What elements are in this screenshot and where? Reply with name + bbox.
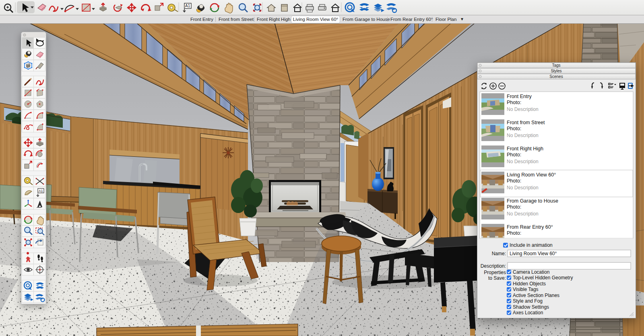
svg-text:Camera Location: Camera Location — [513, 269, 549, 275]
svg-text:No Description: No Description — [507, 211, 539, 217]
svg-text:Living Room View 60°: Living Room View 60° — [510, 251, 557, 256]
svg-text:Top-Level Hidden Geometry: Top-Level Hidden Geometry — [513, 275, 573, 281]
svg-text:Styles: Styles — [551, 69, 561, 73]
svg-text:Visible Tags: Visible Tags — [513, 287, 539, 292]
svg-text:Photo:: Photo: — [507, 230, 521, 236]
svg-text:Axes Location: Axes Location — [513, 310, 543, 316]
svg-text:No Description: No Description — [507, 107, 539, 112]
svg-text:No Description: No Description — [507, 133, 539, 138]
svg-text:From Rear Entry 60°: From Rear Entry 60° — [507, 224, 553, 230]
svg-text:Name:: Name: — [492, 251, 506, 256]
svg-text:Front from Street: Front from Street — [507, 120, 545, 125]
svg-text:Properties: Properties — [484, 270, 506, 275]
svg-text:Scenes: Scenes — [549, 74, 563, 79]
svg-text:No Description: No Description — [507, 159, 539, 164]
svg-text:Description:: Description: — [481, 263, 506, 269]
svg-text:Photo:: Photo: — [507, 152, 521, 158]
svg-text:Living Room View 60°: Living Room View 60° — [507, 172, 556, 178]
svg-text:No Description: No Description — [507, 185, 539, 191]
svg-text:Shadow Settings: Shadow Settings — [513, 304, 549, 310]
svg-text:A1: A1 — [39, 189, 43, 193]
svg-text:Hidden Objects: Hidden Objects — [513, 281, 546, 287]
svg-text:Front Right High: Front Right High — [507, 146, 543, 152]
svg-text:Front Entry: Front Entry — [507, 94, 532, 99]
svg-text:Include in animation: Include in animation — [510, 242, 553, 248]
svg-text:Active Section Planes: Active Section Planes — [513, 293, 559, 298]
svg-text:Tags: Tags — [552, 63, 560, 68]
svg-text:Style and Fog: Style and Fog — [513, 298, 543, 304]
svg-text:Photo:: Photo: — [507, 100, 521, 105]
svg-text:Photo:: Photo: — [507, 126, 521, 131]
svg-text:to Save:: to Save: — [488, 275, 506, 281]
svg-text:From Garage to House: From Garage to House — [507, 198, 558, 204]
svg-text:A1: A1 — [185, 4, 190, 8]
svg-text:Photo:: Photo: — [507, 178, 521, 184]
svg-text:Photo:: Photo: — [507, 204, 521, 210]
